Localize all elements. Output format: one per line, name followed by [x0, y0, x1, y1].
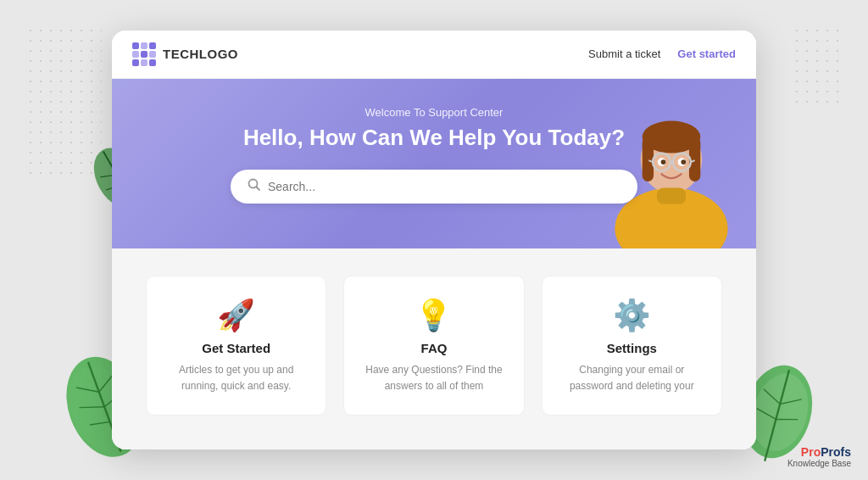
rocket-icon: 🚀	[217, 300, 255, 331]
submit-ticket-link[interactable]: Submit a ticket	[588, 47, 660, 60]
settings-card-desc: Changing your email or password and dele…	[559, 362, 704, 394]
get-started-card[interactable]: 🚀 Get Started Articles to get you up and…	[146, 276, 326, 416]
logo-dot-5	[141, 51, 147, 58]
navbar: TECHLOGO Submit a ticket Get started	[112, 31, 756, 79]
hero-title: Hello, How Can We Help You Today?	[146, 124, 722, 153]
faq-card-title: FAQ	[421, 341, 448, 355]
logo-dot-4	[132, 51, 139, 58]
search-bar[interactable]	[231, 170, 637, 204]
logo-text: TECHLOGO	[163, 47, 238, 61]
logo-dot-2	[141, 42, 147, 49]
dot-pattern-right	[792, 25, 843, 110]
search-icon	[248, 178, 261, 195]
cards-section: 🚀 Get Started Articles to get you up and…	[112, 248, 756, 449]
proprofs-name: ProProfs	[787, 446, 851, 459]
settings-card[interactable]: ⚙️ Settings Changing your email or passw…	[542, 276, 722, 416]
svg-line-20	[257, 187, 260, 190]
logo-dot-9	[149, 59, 156, 66]
hero-section: Welcome To Support Center Hello, How Can…	[112, 79, 756, 248]
logo-dot-6	[149, 51, 156, 58]
logo-dot-7	[132, 59, 139, 66]
search-input[interactable]	[268, 180, 620, 193]
navbar-right: Submit a ticket Get started	[588, 47, 736, 60]
get-started-card-desc: Articles to get you up and running, quic…	[164, 362, 309, 394]
proprofs-profs: Profs	[821, 445, 851, 459]
lightbulb-icon: 💡	[415, 300, 453, 331]
settings-icon: ⚙️	[613, 300, 651, 331]
proprofs-subtitle: Knowledge Base	[787, 459, 851, 468]
logo-grid-icon	[132, 42, 156, 66]
logo-dot-3	[149, 42, 156, 49]
proprofs-pro: Pro	[801, 445, 821, 459]
hero-subtitle: Welcome To Support Center	[146, 106, 722, 119]
logo-dot-8	[141, 59, 147, 66]
get-started-card-title: Get Started	[202, 341, 270, 355]
main-card: TECHLOGO Submit a ticket Get started Wel…	[112, 31, 756, 449]
cards-grid: 🚀 Get Started Articles to get you up and…	[146, 276, 722, 416]
logo-area: TECHLOGO	[132, 42, 238, 66]
hero-text-area: Welcome To Support Center Hello, How Can…	[146, 106, 722, 204]
logo-dot-1	[132, 42, 139, 49]
proprofs-brand: ProProfs Knowledge Base	[787, 446, 851, 468]
faq-card-desc: Have any Questions? Find the answers to …	[361, 362, 506, 394]
get-started-nav-link[interactable]: Get started	[677, 47, 736, 60]
settings-card-title: Settings	[607, 341, 657, 355]
faq-card[interactable]: 💡 FAQ Have any Questions? Find the answe…	[343, 276, 524, 416]
